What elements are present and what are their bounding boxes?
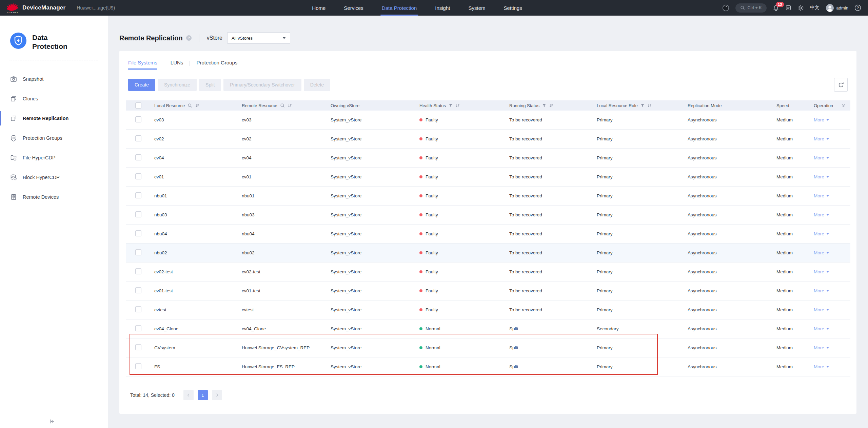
more-button[interactable]: More [814,231,829,236]
more-button[interactable]: More [814,250,829,255]
select-all-checkbox[interactable] [135,102,141,109]
table-row-cv03[interactable]: cv03cv03System_vStoreFaultyTo be recover… [126,111,850,130]
refresh-button[interactable] [834,78,848,92]
row-checkbox[interactable] [135,249,141,255]
table-row-cv02-test[interactable]: cv02-testcv02-testSystem_vStoreFaultyTo … [126,262,850,281]
row-checkbox[interactable] [135,325,141,331]
topnav-item-data-protection[interactable]: Data Protection [373,0,426,16]
notifications-button[interactable]: 13 [773,5,779,11]
table-row-cvsystem[interactable]: CVsystemHuawei.Storage_CVsystem_REPSyste… [126,338,850,357]
language-switch[interactable]: 中文 [810,5,820,11]
speed: Medium [770,288,808,293]
filter-icon[interactable] [542,103,546,108]
sidebar-collapse-icon[interactable] [50,419,55,424]
record-icon[interactable] [722,4,729,12]
local-resource-role: Primary [591,364,682,369]
row-checkbox[interactable] [135,211,141,217]
row-checkbox[interactable] [135,230,141,236]
app-title: DeviceManager [22,4,65,11]
table-row-cv01-test[interactable]: cv01-testcv01-testSystem_vStoreFaultyTo … [126,281,850,300]
row-checkbox[interactable] [135,154,141,160]
more-button[interactable]: More [814,307,829,312]
filter-icon[interactable] [449,103,453,108]
table-row-cv04-clone[interactable]: cv04_Clonecv04_CloneSystem_vStoreNormalS… [126,319,850,338]
more-button[interactable]: More [814,174,829,179]
sidebar-item-remote-devices[interactable]: Remote Devices [0,187,108,207]
device-name[interactable]: Huawei....age(U9) [77,5,115,11]
caret-down-icon [826,138,829,140]
table-row-cv04[interactable]: cv04cv04System_vStoreFaultyTo be recover… [126,149,850,168]
row-checkbox[interactable] [135,344,141,350]
more-button[interactable]: More [814,364,829,369]
user-menu[interactable]: admin [826,4,848,12]
status-dot [419,118,422,121]
sidebar: Data Protection SnapshotClonesRemote Rep… [0,16,108,428]
search-icon[interactable] [188,103,192,108]
row-checkbox[interactable] [135,363,141,369]
row-checkbox[interactable] [135,306,141,312]
table-row-nbu02[interactable]: nbu02nbu02System_vStoreFaultyTo be recov… [126,244,850,262]
more-button[interactable]: More [814,326,829,331]
search-icon[interactable] [280,103,285,108]
global-search[interactable]: Ctrl + K [735,3,767,13]
filter-icon[interactable] [640,103,645,108]
status-dot [419,327,422,330]
sidebar-item-block-hypercdp[interactable]: Block HyperCDP [0,168,108,187]
sort-icon[interactable] [455,103,460,108]
more-button[interactable]: More [814,193,829,198]
tab-luns[interactable]: LUNs [171,60,183,70]
help-icon[interactable]: ? [854,4,861,11]
sidebar-item-remote-replication[interactable]: Remote Replication [0,109,108,128]
running-status: To be recovered [503,288,591,293]
tasks-icon[interactable] [785,5,791,11]
caret-down-icon [826,290,829,292]
page-help-icon[interactable]: ? [186,35,192,41]
sidebar-item-snapshot[interactable]: Snapshot [0,69,108,89]
topnav-item-services[interactable]: Services [335,0,373,16]
row-checkbox[interactable] [135,135,141,141]
topnav-item-settings[interactable]: Settings [494,0,531,16]
topnav-item-home[interactable]: Home [303,0,335,16]
row-checkbox[interactable] [135,116,141,122]
more-button[interactable]: More [814,117,829,122]
row-checkbox[interactable] [135,287,141,293]
column-settings-icon[interactable] [841,103,846,108]
more-button[interactable]: More [814,288,829,293]
topnav-item-system[interactable]: System [459,0,494,16]
row-checkbox[interactable] [135,192,141,198]
speed: Medium [770,307,808,312]
sidebar-item-clones[interactable]: Clones [0,89,108,109]
tab-file-systems[interactable]: File Systems [128,60,157,70]
sort-icon[interactable] [195,103,199,108]
more-button[interactable]: More [814,155,829,160]
table-row-fs[interactable]: FSHuawei.Storage_FS_REPSystem_vStoreNorm… [126,357,850,376]
table-row-nbu04[interactable]: nbu04nbu04System_vStoreFaultyTo be recov… [126,225,850,244]
sidebar-item-protection-groups[interactable]: Protection Groups [0,128,108,148]
more-button[interactable]: More [814,212,829,217]
more-button[interactable]: More [814,269,829,274]
toolbar-buttons: CreateSynchronizeSplitPrimary/Secondary … [128,79,330,91]
table-row-nbu03[interactable]: nbu03nbu03System_vStoreFaultyTo be recov… [126,206,850,225]
local-resource: cv01 [148,174,236,179]
row-checkbox[interactable] [135,173,141,179]
sort-icon[interactable] [647,103,652,108]
topnav-item-insight[interactable]: Insight [426,0,459,16]
row-checkbox[interactable] [135,268,141,274]
tab-protection-groups[interactable]: Protection Groups [196,60,237,70]
create-button[interactable]: Create [128,79,155,91]
sidebar-item-file-hypercdp[interactable]: File HyperCDP [0,148,108,168]
next-page-button[interactable] [212,390,222,400]
table-row-cvtest[interactable]: cvtestcvtestSystem_vStoreFaultyTo be rec… [126,300,850,319]
gear-icon[interactable] [797,5,804,11]
table-row-nbu01[interactable]: nbu01nbu01System_vStoreFaultyTo be recov… [126,187,850,206]
sort-icon[interactable] [288,103,292,108]
column-header-local-resource: Local Resource [148,103,236,108]
more-button[interactable]: More [814,345,829,350]
prev-page-button[interactable] [183,390,194,400]
more-button[interactable]: More [814,136,829,141]
current-page-button[interactable]: 1 [198,390,208,400]
table-row-cv02[interactable]: cv02cv02System_vStoreFaultyTo be recover… [126,130,850,149]
table-row-cv01[interactable]: cv01cv01System_vStoreFaultyTo be recover… [126,168,850,187]
vstore-select[interactable]: All vStores [227,32,290,44]
sort-icon[interactable] [549,103,553,108]
